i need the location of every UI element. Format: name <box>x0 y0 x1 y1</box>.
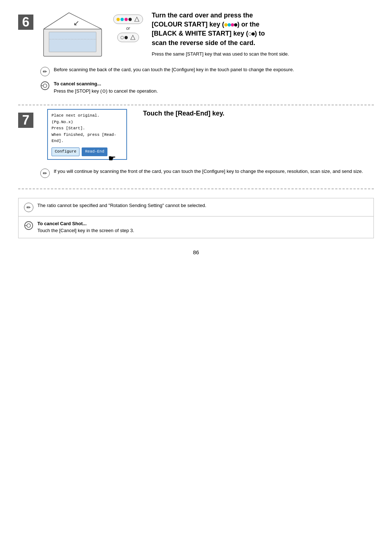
note-7-1-text: If you will continue by scanning the fro… <box>54 168 363 175</box>
stop-circle-icon <box>40 81 50 90</box>
touch-panel-display: Place next original. (Pg.No.x) Press [St… <box>47 109 127 160</box>
step-6-heading: Turn the card over and press the [COLOUR… <box>152 11 374 48</box>
step-6-number: 6 <box>18 15 33 30</box>
svg-marker-8 <box>131 35 135 40</box>
step-7-heading: Touch the [Read-End] key. <box>143 109 374 118</box>
step-7-image-area: Place next original. (Pg.No.x) Press [St… <box>40 109 134 160</box>
pencil-circle-bottom-1: ✏ <box>24 203 33 212</box>
svg-point-10 <box>43 84 47 88</box>
pencil-icon-bottom-1: ✏ <box>24 202 34 212</box>
bw-start-icon <box>130 35 136 40</box>
heading-line3: [BLACK & WHITE START] key () to <box>152 30 265 37</box>
step-6-notes: ✏ Before scanning the back of the card, … <box>40 63 374 98</box>
note-7-1: ✏ If you will continue by scanning the f… <box>40 168 374 178</box>
or-label: or <box>126 26 130 31</box>
step-7-text-area: Touch the [Read-End] key. <box>143 109 374 160</box>
bottom-note-1-text: The ratio cannot be specified and "Rotat… <box>37 202 206 209</box>
note-6-1: ✏ Before scanning the back of the card, … <box>40 66 374 77</box>
note-6-2-text: To cancel scanning... Press the [STOP] k… <box>54 80 158 94</box>
step-6-content: ↙ <box>40 11 374 98</box>
button-area: or <box>113 15 143 42</box>
page-container: 6 <box>18 11 374 255</box>
tp-line1: Place next original. (Pg.No.x) <box>52 113 123 125</box>
colour-start-icon <box>134 16 140 22</box>
pencil-icon-6-1: ✏ <box>40 66 50 77</box>
step-7-number: 7 <box>18 113 33 128</box>
note-6-2-body: Press the [STOP] key (⊙) to cancel the o… <box>54 88 158 94</box>
stop-icon-bottom-2 <box>24 220 34 231</box>
svg-point-13 <box>27 224 30 227</box>
step-7-content: Place next original. (Pg.No.x) Press [St… <box>40 109 374 182</box>
scanner-sketch: ↙ <box>40 11 109 58</box>
svg-text:↙: ↙ <box>73 19 79 27</box>
note-6-1-text: Before scanning the back of the card, yo… <box>54 66 294 73</box>
heading-line2: [COLOUR START] key () or the <box>152 21 260 28</box>
bottom-note-2-text: To cancel Card Shot... Touch the [Cancel… <box>37 220 134 234</box>
stop-circle-icon-bottom <box>24 221 33 230</box>
step-7-main-row: Place next original. (Pg.No.x) Press [St… <box>40 109 374 160</box>
bottom-note-2-body: Touch the [Cancel] key in the screen of … <box>37 228 134 233</box>
heading-line4: scan the reverse side of the card. <box>152 39 255 46</box>
step-7-block: 7 Place next original. (Pg.No.x) Press [… <box>18 109 374 189</box>
hand-pointer-icon: ☛ <box>108 153 116 163</box>
bw-start-btn <box>117 33 139 42</box>
pencil-circle-icon-7: ✏ <box>40 169 50 178</box>
page-number: 86 <box>18 249 374 255</box>
bottom-note-2: To cancel Card Shot... Touch the [Cancel… <box>19 216 373 238</box>
tp-configure-btn[interactable]: Configure <box>52 147 79 156</box>
bottom-notes-section: ✏ The ratio cannot be specified and "Rot… <box>18 198 374 238</box>
stop-icon-6-2 <box>40 81 50 91</box>
heading-line1: Turn the card over and press the <box>152 12 253 19</box>
note-6-2-bold: To cancel scanning... <box>54 81 101 86</box>
step-6-image-area: ↙ <box>40 11 143 58</box>
note-6-2: To cancel scanning... Press the [STOP] k… <box>40 80 374 94</box>
svg-line-3 <box>44 13 69 29</box>
pencil-icon-7-1: ✏ <box>40 168 50 178</box>
scanner-illustration-6: ↙ <box>40 11 143 58</box>
step-6-text-area: Turn the card over and press the [COLOUR… <box>152 11 374 58</box>
scanner-svg: ↙ <box>40 11 109 58</box>
tp-line3: When finished, press [Read-End]. <box>52 132 123 145</box>
tp-line2: Press [Start]. <box>52 125 123 132</box>
step-6-block: 6 <box>18 11 374 105</box>
step-6-desc: Press the same [START] key that was used… <box>152 50 374 58</box>
bottom-note-1: ✏ The ratio cannot be specified and "Rot… <box>19 198 373 216</box>
pencil-circle-icon: ✏ <box>40 67 50 76</box>
bottom-note-2-bold: To cancel Card Shot... <box>37 221 87 226</box>
tp-read-end-btn[interactable]: Read-End <box>82 147 107 156</box>
step-6-main-row: ↙ <box>40 11 374 58</box>
svg-rect-5 <box>49 32 96 52</box>
svg-marker-7 <box>135 17 139 21</box>
touch-panel-area: Place next original. (Pg.No.x) Press [St… <box>47 109 127 160</box>
colour-start-btn <box>113 15 143 24</box>
step-7-notes: ✏ If you will continue by scanning the f… <box>40 165 374 182</box>
